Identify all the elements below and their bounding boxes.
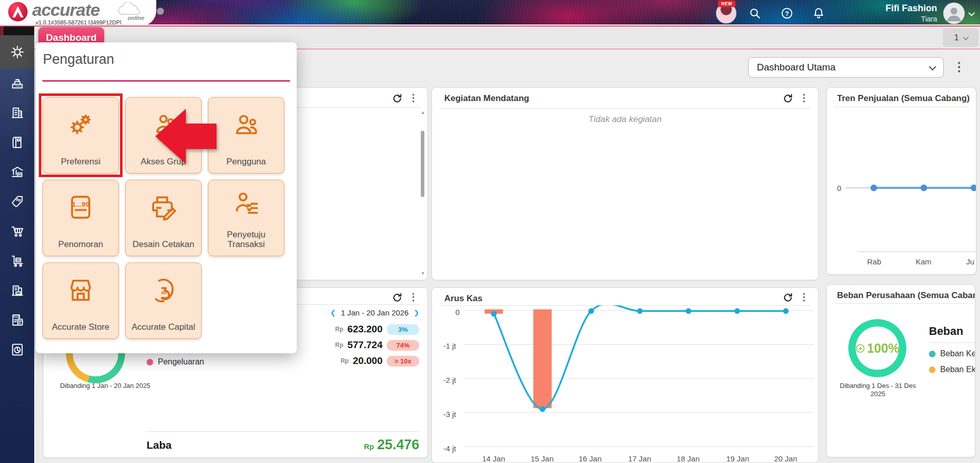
amount-value: 20.000 xyxy=(353,355,383,367)
tutorial-arrow-left-icon xyxy=(153,105,219,170)
sidebar-item-tax-document-icon[interactable]: TAX xyxy=(0,305,34,335)
date-next-icon[interactable]: ❯ xyxy=(414,309,419,316)
refresh-icon[interactable] xyxy=(392,93,403,104)
logo-plate: accurate online v1.0.1#3585-587261 [3499… xyxy=(0,0,156,26)
scroll-up-icon[interactable]: ▲ xyxy=(421,110,425,115)
tile-accurate-store[interactable]: Accurate Store xyxy=(42,262,119,339)
sidebar-item-journal-book-icon[interactable] xyxy=(0,128,34,157)
counter-chevron-down-icon xyxy=(963,34,969,40)
money-bag-person-icon: RP xyxy=(149,275,178,305)
tile-label: Accurate Capital xyxy=(128,322,199,332)
scrollbar[interactable]: ▲ ▼ xyxy=(420,110,425,276)
sidebar-item-settings-gear-icon[interactable] xyxy=(0,35,34,68)
expense-dot-icon xyxy=(147,359,153,365)
logo-wordmark: accurate xyxy=(32,0,100,20)
tile-label: Preferensi xyxy=(45,157,116,167)
accurate-logo-icon[interactable] xyxy=(8,2,28,21)
app-header: accurate online v1.0.1#3585-587261 [3499… xyxy=(0,0,980,27)
laba-currency: Rp xyxy=(364,442,374,451)
dashboard-select[interactable]: Dashboard Utama xyxy=(748,57,944,78)
tile-accurate-capital[interactable]: RP Accurate Capital xyxy=(125,262,202,339)
beban-compare-caption: Dibanding 1 Des - 31 Des 2025 xyxy=(833,382,923,398)
dashboard-kebab-menu[interactable]: ⋮ xyxy=(953,60,965,74)
currency-label: Rp xyxy=(335,342,343,349)
refresh-icon[interactable] xyxy=(782,292,794,303)
legend-item-expense[interactable]: Pengeluaran xyxy=(147,357,204,367)
x-tick: 19 Jan xyxy=(726,454,749,463)
search-icon[interactable] xyxy=(749,7,761,19)
widget-kebab-icon[interactable]: ⋮ xyxy=(799,292,809,302)
y-tick: -2 jt xyxy=(443,376,456,384)
tile-penyetuju-transaksi[interactable]: Penyetuju Transaksi xyxy=(208,180,284,256)
date-range-label: 1 Jan - 20 Jan 2026 xyxy=(341,308,409,317)
person-checklist-icon xyxy=(231,188,261,218)
tile-penomoran[interactable]: 1...99 Penomoran xyxy=(42,180,119,256)
arus-kas-chart xyxy=(432,305,819,463)
x-tick: 16 Jan xyxy=(579,454,602,463)
value-row: Rp 20.000 > 10x xyxy=(341,355,419,367)
notifications-bell-icon[interactable] xyxy=(812,7,825,19)
dashboard-select-value: Dashboard Utama xyxy=(757,62,835,72)
widget-tren-penjualan: Tren Penjualan (Semua Cabang) 0 Rab Kam … xyxy=(826,87,976,275)
scroll-thumb[interactable] xyxy=(421,131,424,197)
y-tick: -1 jt xyxy=(443,342,456,350)
date-range-nav: ❮ 1 Jan - 20 Jan 2026 ❯ xyxy=(330,308,419,317)
x-tick: 20 Jan xyxy=(774,454,797,463)
new-badge: NEW xyxy=(718,1,735,7)
widget-kebab-icon[interactable]: ⋮ xyxy=(799,93,809,103)
beban-legend-title: Beban xyxy=(929,325,963,338)
printer-pencil-icon xyxy=(149,192,178,222)
storefront-icon xyxy=(66,275,95,305)
beban-donut-center: 100% xyxy=(848,319,906,377)
widget-kebab-icon[interactable]: ⋮ xyxy=(409,93,418,103)
scroll-down-icon[interactable]: ▼ xyxy=(421,271,425,276)
svg-text:RP: RP xyxy=(161,291,168,296)
tile-desain-cetakan[interactable]: Desain Cetakan xyxy=(125,180,202,256)
value-row: Rp 577.724 74% xyxy=(335,339,419,351)
svg-text:TAX: TAX xyxy=(13,315,19,319)
widget-title: Tren Penjualan (Semua Cabang) xyxy=(837,93,970,104)
date-prev-icon[interactable]: ❮ xyxy=(330,309,336,316)
window-counter[interactable]: 1 xyxy=(943,28,978,47)
legend-item[interactable]: Beban Ek xyxy=(929,365,975,374)
tile-label: Penyetuju Transaksi xyxy=(210,230,282,250)
help-icon[interactable]: ? xyxy=(781,7,793,19)
tile-label: Desain Cetakan xyxy=(128,239,199,250)
tile-label: Pengguna xyxy=(210,157,282,167)
empty-state-text: Tidak ada kegiatan xyxy=(432,114,818,125)
x-tick: 18 Jan xyxy=(677,454,700,463)
x-tick: 15 Jan xyxy=(531,454,554,463)
svg-text:Rp: Rp xyxy=(16,198,20,202)
y-tick: 0 xyxy=(456,308,460,316)
sidebar-item-company-building-icon[interactable] xyxy=(0,98,34,128)
sidebar-item-cash-register-icon[interactable] xyxy=(0,68,34,98)
settings-panel: Pengaturan Preferensi Akses Grup xyxy=(36,42,297,353)
account-chevron-down-icon[interactable] xyxy=(968,10,975,16)
widget-arus-kas: Arus Kas ⋮ 0 -1 jt -2 jt -3 jt -4 jt 14 … xyxy=(432,287,819,463)
sidebar-item-inventory-trolley-icon[interactable] xyxy=(0,246,34,276)
sidebar-item-sales-tag-rp-icon[interactable]: Rp xyxy=(0,187,34,216)
x-tick: Rab xyxy=(867,257,881,266)
beban-percent: 100% xyxy=(867,341,900,356)
tile-pengguna[interactable]: Pengguna xyxy=(208,97,284,174)
legend-divider xyxy=(929,343,975,343)
amount-value: 623.200 xyxy=(347,324,383,335)
sidebar-item-purchase-cart-icon[interactable] xyxy=(0,216,34,246)
refresh-icon[interactable] xyxy=(392,292,403,303)
widget-kebab-icon[interactable]: ⋮ xyxy=(409,292,418,302)
value-row: Rp 623.200 3% xyxy=(335,324,419,335)
legend-label: Pengeluaran xyxy=(158,357,204,367)
x-tick: Kam xyxy=(916,257,931,266)
user-avatar[interactable] xyxy=(943,3,965,24)
sidebar-item-report-pie-icon[interactable] xyxy=(0,335,34,364)
numbering-icon: 1...99 xyxy=(66,192,95,222)
account-block[interactable]: Fifi Fashion Tiara xyxy=(843,2,937,23)
sidebar-item-bank-cash-icon[interactable] xyxy=(0,157,34,187)
refresh-icon[interactable] xyxy=(782,93,794,104)
tile-preferensi[interactable]: Preferensi xyxy=(42,97,119,174)
currency-label: Rp xyxy=(335,326,343,333)
legend-item[interactable]: Beban Ke xyxy=(929,349,975,358)
currency-label: Rp xyxy=(341,357,349,364)
sidebar-item-fixed-asset-icon[interactable] xyxy=(0,276,34,305)
change-badge: 74% xyxy=(387,340,419,351)
